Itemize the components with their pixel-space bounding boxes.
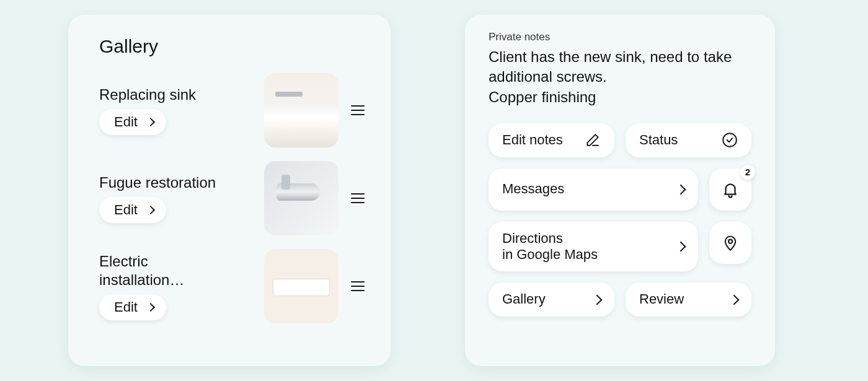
gallery-button[interactable]: Gallery [489,282,614,316]
status-button[interactable]: Status [626,123,751,157]
edit-button-label: Edit [114,114,138,130]
notifications-button[interactable]: 2 [709,169,751,211]
gallery-item: Replacing sink Edit [99,73,366,147]
gallery-item-title: Fugue restoration [99,173,236,192]
gallery-thumbnail[interactable] [264,249,339,323]
messages-label: Messages [502,181,564,197]
chevron-right-icon [676,241,686,252]
edit-button-label: Edit [114,202,138,218]
gallery-card: Gallery Replacing sink Edit Fugue restor… [68,15,391,366]
edit-notes-label: Edit notes [502,132,563,148]
gallery-item-info: Fugue restoration Edit [99,173,253,223]
bell-icon [721,180,740,199]
chevron-right-icon [676,184,686,195]
notification-badge: 2 [740,165,755,180]
review-button[interactable]: Review [626,282,751,316]
gallery-button-label: Gallery [502,291,546,307]
edit-notes-button[interactable]: Edit notes [489,123,614,157]
gallery-thumbnail[interactable] [264,73,339,147]
gallery-item: Fugue restoration Edit [99,161,366,235]
directions-button[interactable]: Directions in Google Maps [489,222,698,272]
gallery-title: Gallery [99,36,366,57]
drag-handle-icon[interactable] [350,193,366,203]
edit-button-label: Edit [114,299,138,315]
edit-icon [585,132,601,148]
gallery-item-info: Electric installation… Edit [99,252,253,320]
drag-handle-icon[interactable] [350,281,366,291]
edit-button[interactable]: Edit [99,197,166,223]
location-button[interactable] [709,222,751,264]
gallery-item-title: Electric installation… [99,252,236,289]
gallery-item-title: Replacing sink [99,85,236,104]
chevron-right-icon [592,294,603,305]
chevron-right-icon [146,206,155,214]
notes-section-label: Private notes [489,31,751,43]
status-label: Status [639,132,678,148]
gallery-item-info: Replacing sink Edit [99,85,253,135]
review-button-label: Review [639,291,684,307]
map-pin-icon [722,232,739,253]
edit-button[interactable]: Edit [99,294,166,320]
svg-point-1 [728,239,732,243]
gallery-list: Replacing sink Edit Fugue restoration Ed… [99,73,366,323]
notes-body: Client has the new sink, need to take ad… [489,47,751,107]
chevron-right-icon [146,303,155,312]
chevron-right-icon [729,294,740,305]
notes-card: Private notes Client has the new sink, n… [465,15,775,366]
svg-point-0 [723,134,737,147]
messages-button[interactable]: Messages [489,169,698,211]
check-circle-icon [722,132,738,148]
directions-label: Directions in Google Maps [502,230,598,263]
gallery-thumbnail[interactable] [264,161,339,235]
chevron-right-icon [146,118,155,126]
edit-button[interactable]: Edit [99,109,166,135]
gallery-item: Electric installation… Edit [99,249,366,323]
drag-handle-icon[interactable] [350,105,366,115]
